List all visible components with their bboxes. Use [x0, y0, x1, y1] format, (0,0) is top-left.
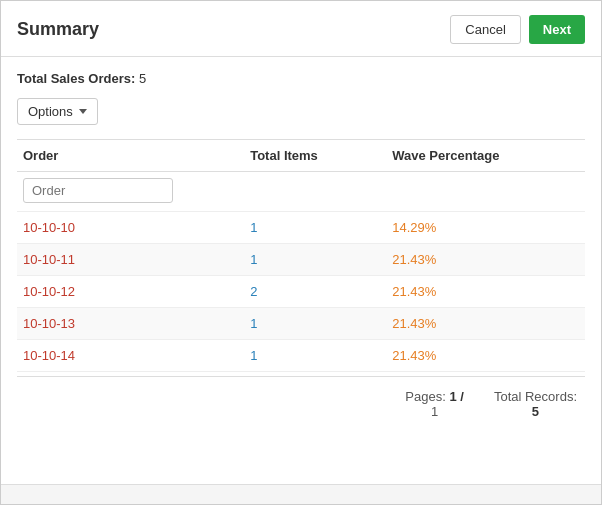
options-button[interactable]: Options — [17, 98, 98, 125]
items-cell: 1 — [244, 244, 386, 276]
table-row: 10-10-13121.43% — [17, 308, 585, 340]
order-filter-input[interactable] — [23, 178, 173, 203]
table-footer: Pages: 1 / 1 Total Records: 5 — [17, 376, 585, 427]
total-sales-label: Total Sales Orders: — [17, 71, 135, 86]
order-cell: 10-10-11 — [17, 244, 244, 276]
table-row: 10-10-11121.43% — [17, 244, 585, 276]
wave-cell: 21.43% — [386, 276, 585, 308]
dropdown-caret-icon — [79, 109, 87, 114]
wave-cell: 21.43% — [386, 244, 585, 276]
wave-percentage: 14.29% — [392, 220, 436, 235]
total-records-info: Total Records: 5 — [494, 389, 577, 419]
items-cell: 1 — [244, 340, 386, 372]
wave-percentage: 21.43% — [392, 316, 436, 331]
current-page: 1 / — [449, 389, 463, 404]
order-cell: 10-10-10 — [17, 212, 244, 244]
header: Summary Cancel Next — [1, 1, 601, 57]
order-link[interactable]: 10-10-12 — [23, 284, 75, 299]
total-pages: 1 — [431, 404, 438, 419]
col-header-order: Order — [17, 140, 244, 172]
items-count: 1 — [250, 348, 257, 363]
order-link[interactable]: 10-10-14 — [23, 348, 75, 363]
items-count: 1 — [250, 252, 257, 267]
wave-percentage: 21.43% — [392, 348, 436, 363]
pages-label: Pages: — [405, 389, 445, 404]
items-count: 1 — [250, 316, 257, 331]
items-cell: 1 — [244, 212, 386, 244]
total-sales-value: 5 — [139, 71, 146, 86]
table-row: 10-10-14121.43% — [17, 340, 585, 372]
total-records-label: Total Records: — [494, 389, 577, 404]
order-cell: 10-10-12 — [17, 276, 244, 308]
items-count: 1 — [250, 220, 257, 235]
table-row: 10-10-12221.43% — [17, 276, 585, 308]
items-cell: 2 — [244, 276, 386, 308]
page-title: Summary — [17, 19, 99, 40]
order-link[interactable]: 10-10-10 — [23, 220, 75, 235]
pagination-info: Pages: 1 / 1 — [405, 389, 464, 419]
next-button[interactable]: Next — [529, 15, 585, 44]
filter-items-cell — [244, 172, 386, 212]
bottom-bar — [1, 484, 601, 504]
order-cell: 10-10-13 — [17, 308, 244, 340]
table-row: 10-10-10114.29% — [17, 212, 585, 244]
wave-cell: 21.43% — [386, 308, 585, 340]
wave-cell: 21.43% — [386, 340, 585, 372]
header-buttons: Cancel Next — [450, 15, 585, 44]
items-cell: 1 — [244, 308, 386, 340]
filter-order-cell — [17, 172, 244, 212]
wave-percentage: 21.43% — [392, 284, 436, 299]
wave-cell: 14.29% — [386, 212, 585, 244]
items-count: 2 — [250, 284, 257, 299]
order-link[interactable]: 10-10-13 — [23, 316, 75, 331]
table-header-row: Order Total Items Wave Percentage — [17, 140, 585, 172]
wave-percentage: 21.43% — [392, 252, 436, 267]
options-label: Options — [28, 104, 73, 119]
order-cell: 10-10-14 — [17, 340, 244, 372]
cancel-button[interactable]: Cancel — [450, 15, 520, 44]
total-records-count: 5 — [494, 404, 577, 419]
col-header-total-items: Total Items — [244, 140, 386, 172]
order-link[interactable]: 10-10-11 — [23, 252, 75, 267]
total-sales-line: Total Sales Orders: 5 — [17, 71, 585, 86]
orders-table: Order Total Items Wave Percentage 10-10-… — [17, 139, 585, 372]
col-header-wave-percentage: Wave Percentage — [386, 140, 585, 172]
filter-wave-cell — [386, 172, 585, 212]
filter-row — [17, 172, 585, 212]
page-container: Summary Cancel Next Total Sales Orders: … — [0, 0, 602, 505]
content-area: Total Sales Orders: 5 Options Order Tota… — [1, 57, 601, 484]
